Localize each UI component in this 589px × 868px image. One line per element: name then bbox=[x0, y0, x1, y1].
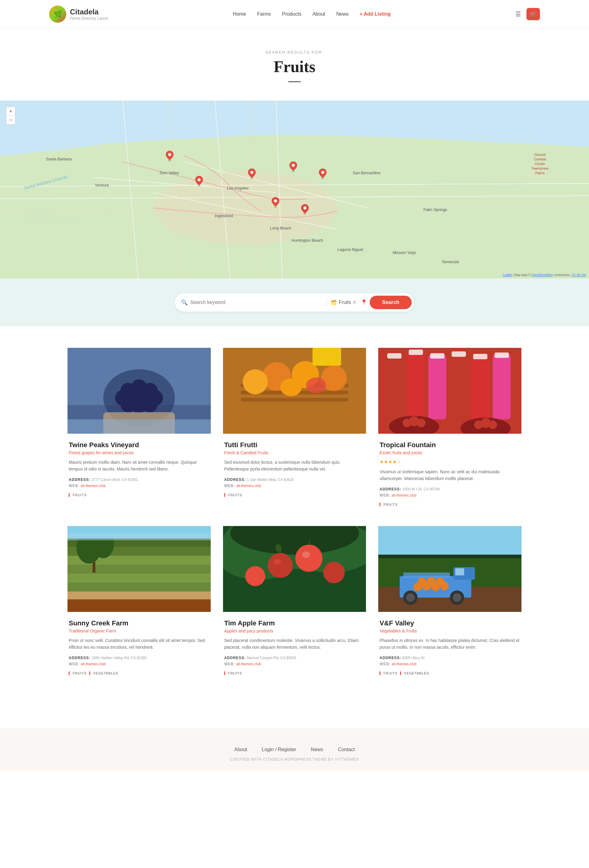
svg-point-46 bbox=[303, 207, 307, 210]
listing-name-2[interactable]: Tutti Frutti bbox=[224, 441, 365, 449]
svg-rect-111 bbox=[68, 533, 211, 540]
ccbysa-link[interactable]: CC-BY-SA bbox=[571, 273, 586, 277]
svg-point-136 bbox=[406, 593, 415, 602]
listing-web-link-6[interactable]: ait-themes.club bbox=[391, 662, 416, 666]
nav-about[interactable]: About bbox=[312, 11, 325, 17]
listing-image-5 bbox=[223, 526, 366, 612]
cart-button[interactable]: 🛒 bbox=[526, 8, 540, 20]
listing-name-3[interactable]: Tropical Fountain bbox=[379, 441, 520, 449]
svg-rect-84 bbox=[387, 353, 402, 359]
map-pin-4[interactable] bbox=[318, 168, 327, 179]
footer-link-news[interactable]: News bbox=[311, 747, 323, 752]
listing-web-3: Web: ait-themes.club bbox=[379, 493, 520, 498]
tag-fruits-3[interactable]: FRUITS bbox=[379, 503, 397, 506]
svg-rect-83 bbox=[493, 354, 511, 419]
listing-web-link-1[interactable]: ait-themes.club bbox=[81, 484, 106, 488]
listing-category-5: Apples and juicy products bbox=[224, 629, 365, 633]
logo-text: Citadela Farms Directory Layout bbox=[70, 8, 108, 21]
tag-vegetables-6[interactable]: VEGETABLES bbox=[400, 672, 429, 675]
category-icon: 🗂️ bbox=[331, 300, 337, 306]
map-pin-1[interactable] bbox=[165, 150, 174, 161]
footer-link-login[interactable]: Login / Register bbox=[262, 747, 296, 752]
category-select[interactable]: 🗂️ Fruits bbox=[331, 300, 351, 306]
listing-web-5: Web: ait-themes.club bbox=[224, 662, 365, 666]
listing-web-link-3[interactable]: ait-themes.club bbox=[391, 493, 416, 497]
search-bar-section: 🔍 🗂️ Fruits ✕ 📍 Search bbox=[0, 279, 589, 326]
zoom-out-button[interactable]: − bbox=[6, 116, 15, 124]
map-pin-6[interactable] bbox=[300, 204, 310, 215]
listing-name-4[interactable]: Sunny Creek Farm bbox=[69, 619, 210, 627]
nav-news[interactable]: News bbox=[336, 11, 348, 17]
footer-nav: About Login / Register News Contact bbox=[0, 747, 589, 752]
tag-fruits-5[interactable]: FRUITS bbox=[224, 672, 242, 675]
search-submit-button[interactable]: Search bbox=[370, 296, 412, 309]
listing-name-6[interactable]: V&F Valley bbox=[379, 619, 520, 627]
svg-point-40 bbox=[292, 164, 295, 167]
nav-farms[interactable]: Farms bbox=[257, 11, 271, 17]
svg-rect-63 bbox=[68, 419, 211, 434]
map-credit: Leaflet | Map data © OpenStreetMap contr… bbox=[503, 273, 586, 277]
svg-point-122 bbox=[302, 552, 310, 558]
osm-link[interactable]: OpenStreetMap bbox=[531, 273, 553, 277]
footer-link-about[interactable]: About bbox=[234, 747, 247, 752]
tag-vegetables-4[interactable]: VEGETABLES bbox=[89, 672, 118, 675]
listing-web-link-4[interactable]: ait-themes.club bbox=[81, 662, 106, 666]
listing-address-6: Address: 8305 Utica Dr bbox=[379, 656, 520, 660]
svg-point-117 bbox=[267, 553, 293, 578]
location-button[interactable]: 📍 bbox=[358, 299, 370, 306]
main-nav: Home Farms Products About News + Add Lis… bbox=[233, 11, 391, 17]
listing-name-1[interactable]: Twine Peaks Vineyard bbox=[69, 441, 210, 449]
svg-rect-81 bbox=[450, 353, 468, 419]
hamburger-icon[interactable]: ☰ bbox=[515, 10, 521, 18]
svg-text:Huntington Beach: Huntington Beach bbox=[291, 238, 323, 243]
svg-text:Combat: Combat bbox=[534, 157, 546, 161]
listing-tags-4: FRUITS VEGETABLES bbox=[69, 672, 210, 675]
zoom-in-button[interactable]: + bbox=[6, 107, 15, 116]
listing-tags-1: FRUITS bbox=[69, 493, 210, 497]
listing-desc-4: Proin ut nunc velit. Curabitur tincidunt… bbox=[69, 637, 210, 651]
search-icon: 🔍 bbox=[181, 299, 188, 306]
listing-image-1 bbox=[68, 348, 211, 434]
listing-tags-2: FRUITS bbox=[224, 493, 365, 497]
title-divider bbox=[288, 81, 301, 82]
listing-web-link-5[interactable]: ait-themes.club bbox=[236, 662, 261, 666]
svg-rect-88 bbox=[473, 354, 487, 359]
svg-rect-68 bbox=[241, 398, 348, 402]
nav-home[interactable]: Home bbox=[233, 11, 246, 17]
svg-rect-102 bbox=[68, 572, 211, 582]
map-pin-3[interactable] bbox=[289, 161, 298, 172]
svg-text:San Bernardino: San Bernardino bbox=[353, 171, 380, 175]
listing-desc-2: Sed eiusmod dolor lectus, a scelerisque … bbox=[224, 459, 365, 472]
listing-image-6 bbox=[378, 526, 521, 612]
listing-body-5: Tim Apple Farm Apples and juicy products… bbox=[223, 612, 366, 682]
listing-address-5: Address: Manuel Canyon Rd, CA 93001 bbox=[224, 656, 365, 660]
listing-web-link-2[interactable]: ait-themes.club bbox=[236, 484, 261, 488]
map-pin-5[interactable] bbox=[271, 196, 280, 208]
map-pin-7[interactable] bbox=[195, 176, 204, 186]
search-input[interactable] bbox=[190, 300, 323, 305]
listing-card-2: Tutti Frutti Fresh & Candied Fruits Sed … bbox=[223, 348, 366, 514]
listing-address-3: Address: 1000 W I St, CA 90744 bbox=[379, 487, 520, 492]
tag-fruits-4[interactable]: FRUITS bbox=[69, 672, 87, 675]
svg-point-74 bbox=[306, 378, 326, 393]
listing-web-6: Web: ait-themes.club bbox=[379, 662, 520, 666]
header-icons: ☰ 🛒 bbox=[515, 8, 540, 20]
footer-link-contact[interactable]: Contact bbox=[338, 747, 354, 752]
map-pin-2[interactable] bbox=[247, 168, 257, 179]
nav-products[interactable]: Products bbox=[282, 11, 301, 17]
tag-fruits-2[interactable]: FRUITS bbox=[224, 493, 242, 497]
svg-rect-99 bbox=[68, 598, 211, 612]
listing-category-1: Finest grapes for wines and juices bbox=[69, 450, 210, 455]
listing-name-5[interactable]: Tim Apple Farm bbox=[224, 619, 365, 627]
tag-fruits-1[interactable]: FRUITS bbox=[69, 493, 87, 497]
leaflet-link[interactable]: Leaflet bbox=[503, 273, 512, 277]
listing-stars-3: ★★★★☆ bbox=[379, 459, 520, 465]
site-title: Citadela bbox=[70, 8, 108, 16]
tag-fruits-6[interactable]: FRUITS bbox=[379, 672, 397, 675]
map-container: Santa Barbara Channel Ground Combat Cent… bbox=[0, 100, 589, 279]
svg-point-17 bbox=[57, 216, 78, 225]
clear-category-button[interactable]: ✕ bbox=[351, 299, 358, 306]
svg-rect-87 bbox=[452, 351, 466, 357]
svg-text:Ground: Ground bbox=[534, 153, 546, 156]
nav-add-listing[interactable]: + Add Listing bbox=[360, 11, 391, 17]
